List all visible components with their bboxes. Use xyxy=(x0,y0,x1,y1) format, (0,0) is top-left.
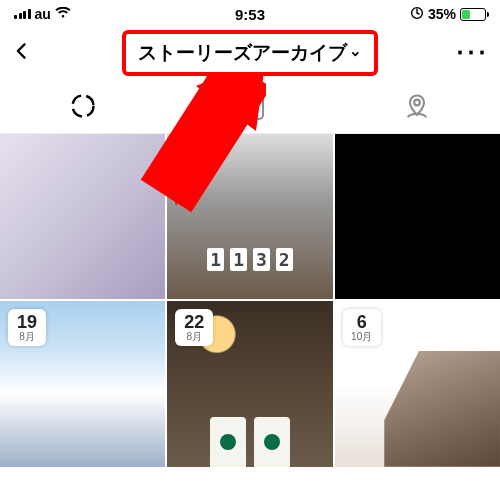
battery-pct: 35% xyxy=(428,6,456,22)
svg-point-2 xyxy=(414,99,420,105)
date-day: 22 xyxy=(183,313,205,331)
archive-item[interactable]: 22 8月 xyxy=(167,301,332,466)
date-month: 8月 xyxy=(16,331,38,343)
clock: 9:53 xyxy=(235,6,265,23)
counter-digit: 1 xyxy=(207,248,224,271)
nav-title-label: ストーリーズアーカイブ xyxy=(138,40,347,66)
archive-item[interactable] xyxy=(335,134,500,299)
counter-digit: 2 xyxy=(276,248,293,271)
svg-point-1 xyxy=(73,95,94,116)
cup-graphic xyxy=(210,417,246,467)
map-pin-icon xyxy=(403,92,431,120)
date-month: 8月 xyxy=(183,331,205,343)
date-badge: 6 10月 xyxy=(343,309,381,346)
view-toolbar: 28 xyxy=(0,78,500,134)
date-day: 19 xyxy=(16,313,38,331)
more-button[interactable]: ･･･ xyxy=(455,42,488,65)
rotation-lock-icon xyxy=(410,6,424,23)
calendar-icon: 28 xyxy=(236,92,264,120)
back-button[interactable] xyxy=(12,41,32,65)
status-right: 35% xyxy=(410,6,486,23)
status-left: au xyxy=(14,6,71,22)
wifi-icon xyxy=(55,6,71,22)
archive-item[interactable]: 19 8月 xyxy=(0,301,165,466)
signal-icon xyxy=(14,9,31,19)
archive-item[interactable]: 6 10月 xyxy=(335,301,500,466)
archive-dropdown[interactable]: ストーリーズアーカイブ ⌄ xyxy=(122,30,378,76)
counter-digit: 3 xyxy=(253,248,270,271)
archive-item[interactable] xyxy=(0,134,165,299)
cup-graphic xyxy=(254,417,290,467)
date-day: 6 xyxy=(351,313,373,331)
date-badge: 22 8月 xyxy=(175,309,213,346)
carrier-label: au xyxy=(35,6,51,22)
map-tab[interactable] xyxy=(401,90,433,122)
nav-bar: ストーリーズアーカイブ ⌄ ･･･ xyxy=(0,28,500,78)
chevron-down-icon: ⌄ xyxy=(349,42,362,60)
calendar-tab[interactable]: 28 xyxy=(234,90,266,122)
date-month: 10月 xyxy=(351,331,373,343)
status-bar: au 9:53 35% xyxy=(0,0,500,28)
archive-grid: 1 1 3 2 19 8月 22 8月 6 10月 xyxy=(0,134,500,467)
counter-digit: 1 xyxy=(230,248,247,271)
archive-item[interactable]: 1 1 3 2 xyxy=(167,134,332,299)
battery-icon xyxy=(460,8,486,21)
date-badge: 19 8月 xyxy=(8,309,46,346)
story-ring-icon xyxy=(69,92,97,120)
stories-ring-tab[interactable] xyxy=(67,90,99,122)
